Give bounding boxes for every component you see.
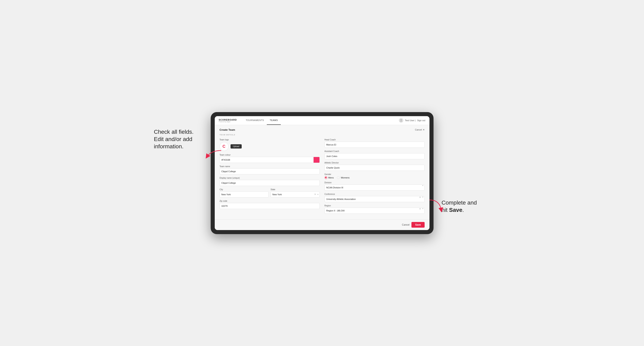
gender-radio-group: Mens Womens (324, 176, 424, 179)
conference-select[interactable]: University Athletic Association (324, 196, 424, 202)
gender-mens-option[interactable]: Mens (324, 176, 334, 179)
right-arrow-icon (428, 199, 444, 214)
city-state-row: City State New York ✕ ▾ (220, 188, 320, 200)
team-colour-field: Team colour (220, 154, 320, 163)
cancel-top-button[interactable]: Cancel ✕ (415, 129, 424, 131)
division-label: Division (324, 181, 424, 184)
main-content: Create Team Cancel ✕ TEAM DETAILS Team l… (215, 125, 430, 219)
upload-button[interactable]: Upload (230, 144, 242, 149)
region-field: Region Region II - (M) DIII ✕ ▾ (324, 204, 424, 214)
display-name-label: Display name (unique) (220, 177, 320, 179)
form-body: Team logo C Upload Team colour (220, 139, 424, 216)
region-select-wrapper: Region II - (M) DIII ✕ ▾ (324, 208, 424, 214)
save-button[interactable]: Save (412, 222, 424, 228)
state-select-wrapper: New York ✕ ▾ (271, 191, 320, 197)
gender-field: Gender Mens Womens (324, 173, 424, 179)
brand-title: SCOREBOARD (219, 119, 237, 121)
assistant-coach-field: Assistant Coach (324, 150, 424, 159)
form-right: Head Coach Assistant Coach Athletic Dire… (324, 139, 424, 216)
division-field: Division NCAA Division III ▾ (324, 181, 424, 191)
nav-link-tournaments[interactable]: TOURNAMENTS (243, 116, 267, 125)
state-clear-icon[interactable]: ✕ (314, 193, 316, 196)
form-title: Create Team (220, 128, 235, 131)
assistant-coach-label: Assistant Coach (324, 150, 424, 152)
athletic-director-label: Athletic Director (324, 162, 424, 164)
sign-out-button[interactable]: Sign out (417, 119, 425, 122)
navbar: SCOREBOARD Powered by clippd TOURNAMENTS… (215, 116, 430, 125)
head-coach-field: Head Coach (324, 139, 424, 148)
conference-field: Conference University Athletic Associati… (324, 193, 424, 202)
assistant-coach-input[interactable] (324, 153, 424, 159)
conference-clear-icon[interactable]: ✕ (419, 196, 421, 199)
team-colour-label: Team colour (220, 154, 320, 156)
region-clear-icon[interactable]: ✕ (419, 208, 421, 210)
tablet-frame: SCOREBOARD Powered by clippd TOURNAMENTS… (211, 112, 434, 234)
state-field: State New York ✕ ▾ (271, 188, 320, 197)
team-colour-input[interactable] (220, 157, 314, 163)
gender-mens-radio[interactable] (324, 176, 327, 179)
user-label: Test User | (405, 119, 416, 122)
brand-subtitle: Powered by clippd (219, 121, 237, 122)
form-footer: Cancel Save (215, 219, 430, 230)
conference-select-wrapper: University Athletic Association ✕ ▾ (324, 196, 424, 202)
head-coach-input[interactable] (324, 142, 424, 148)
city-label: City (220, 188, 268, 191)
team-name-field: Team name (220, 165, 320, 174)
left-arrow-icon (205, 150, 223, 161)
svg-point-0 (400, 119, 402, 121)
team-name-input[interactable] (220, 168, 320, 174)
division-select-wrapper: NCAA Division III ▾ (324, 184, 424, 191)
team-name-label: Team name (220, 165, 320, 168)
display-name-input[interactable] (220, 180, 320, 186)
form-left: Team logo C Upload Team colour (220, 139, 320, 216)
gender-womens-option[interactable]: Womens (337, 176, 350, 179)
athletic-director-input[interactable] (324, 165, 424, 171)
display-name-field: Display name (unique) (220, 177, 320, 186)
cancel-button[interactable]: Cancel (402, 223, 410, 226)
user-avatar (399, 118, 403, 123)
zip-code-field: Zip code (220, 200, 320, 209)
zip-label: Zip code (220, 200, 320, 202)
logo-row: C Upload (220, 142, 320, 151)
state-select[interactable]: New York (271, 191, 320, 197)
annotation-right: Complete and hit Save. (442, 199, 498, 214)
brand: SCOREBOARD Powered by clippd (219, 119, 237, 122)
team-logo-label: Team logo (220, 139, 320, 141)
gender-label: Gender (324, 173, 424, 175)
tablet-screen: SCOREBOARD Powered by clippd TOURNAMENTS… (215, 116, 430, 230)
colour-row (220, 157, 320, 163)
athletic-director-field: Athletic Director (324, 162, 424, 171)
city-input[interactable] (220, 191, 268, 197)
state-label: State (271, 188, 320, 191)
nav-links: TOURNAMENTS TEAMS (243, 116, 281, 125)
division-select[interactable]: NCAA Division III (324, 184, 424, 191)
section-label: TEAM DETAILS (220, 134, 424, 136)
head-coach-label: Head Coach (324, 139, 424, 141)
nav-link-teams[interactable]: TEAMS (267, 116, 280, 125)
team-logo-section: Team logo C Upload (220, 139, 320, 151)
gender-womens-radio[interactable] (337, 176, 340, 179)
colour-swatch[interactable] (314, 157, 320, 163)
region-label: Region (324, 204, 424, 207)
region-select[interactable]: Region II - (M) DIII (324, 208, 424, 214)
zip-input[interactable] (220, 203, 320, 209)
conference-label: Conference (324, 193, 424, 195)
annotation-left: Check all fields. Edit and/or add inform… (154, 128, 202, 150)
city-field: City (220, 188, 268, 197)
form-header: Create Team Cancel ✕ (220, 128, 424, 131)
navbar-right: Test User | Sign out (399, 118, 426, 123)
